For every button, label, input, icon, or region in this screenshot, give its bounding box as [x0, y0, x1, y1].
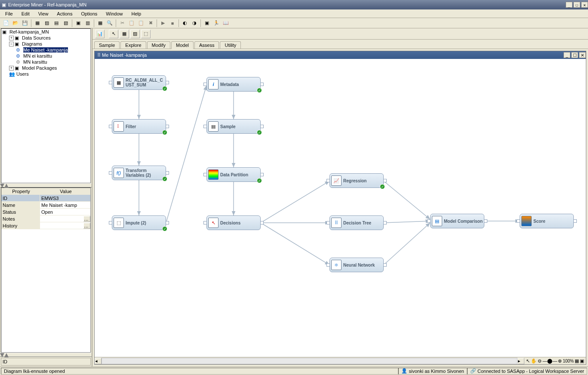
save-button[interactable]: 💾 [21, 19, 29, 28]
fit-icon[interactable]: ▣ [580, 358, 584, 364]
diagram-canvas[interactable]: ▦ RC_ALDM_ALL_CUST_SUM ✓ ⠇ Filter ✓ f() … [95, 59, 586, 357]
tab-explore[interactable]: Explore [120, 41, 146, 49]
ellipsis-button[interactable]: … [83, 223, 90, 229]
node-port-out[interactable] [383, 221, 387, 224]
align-icon[interactable]: ⬚ [141, 30, 151, 38]
palette-icon[interactable]: ▨ [130, 30, 140, 38]
tab-assess[interactable]: Assess [194, 41, 219, 49]
zoom-slider[interactable]: —⬤— [542, 358, 557, 364]
node-datasource[interactable]: ▦ RC_ALDM_ALL_CUST_SUM ✓ [112, 75, 166, 90]
overview-icon[interactable]: ▦ [575, 358, 579, 364]
tool-4[interactable]: ▧ [62, 19, 70, 28]
tool-13[interactable]: 📖 [222, 19, 230, 28]
menu-options[interactable]: Options [77, 10, 101, 17]
scroll-left-button[interactable]: ◂ [95, 358, 102, 364]
node-port-in[interactable] [326, 179, 330, 182]
menu-actions[interactable]: Actions [53, 10, 76, 17]
node-partition[interactable]: Data Partition ✓ [206, 167, 261, 182]
node-port-in[interactable] [109, 171, 112, 175]
node-port-in[interactable] [427, 219, 431, 223]
node-score[interactable]: Score [520, 214, 574, 228]
scrollbar-track[interactable] [102, 358, 517, 364]
node-port-in[interactable] [326, 263, 330, 267]
minimize-button[interactable]: _ [566, 2, 573, 8]
node-port-in[interactable] [203, 125, 207, 128]
maximize-button[interactable]: ☐ [571, 52, 578, 58]
tool-6[interactable]: ▥ [83, 19, 92, 28]
node-transform[interactable]: f() Transform Variables (2) ✓ [112, 166, 166, 180]
node-regression[interactable]: 📈 Regression ✓ [329, 173, 384, 188]
tree-diagram-mn-karsittu[interactable]: ⚙ MN karsittu [1, 59, 90, 65]
tree-diagram-menaiset[interactable]: ⚙ Me Naiset -kampanja [1, 47, 90, 53]
tree-diagrams[interactable]: − ▣ Diagrams [1, 41, 90, 47]
minimize-button[interactable]: _ [563, 52, 570, 58]
panel-divider[interactable] [0, 353, 92, 357]
node-sample[interactable]: ▤ Sample ✓ [206, 119, 261, 134]
tab-modify[interactable]: Modify [147, 41, 170, 49]
node-port-in[interactable] [203, 173, 207, 176]
run-button[interactable]: ▶ [159, 19, 167, 28]
node-modelcomparison[interactable]: ▤ Model Comparison [430, 214, 484, 228]
pointer-tool-icon[interactable]: ↖ [526, 358, 530, 364]
panel-divider[interactable] [0, 183, 92, 188]
node-impute[interactable]: ⬚ Impute (2) ✓ [112, 215, 166, 230]
tool-1[interactable]: ▦ [33, 19, 42, 28]
zoom-in-icon[interactable]: ⊕ [558, 358, 562, 364]
chart-icon[interactable]: 📊 [95, 30, 105, 38]
node-port-in[interactable] [326, 221, 330, 224]
node-port-in[interactable] [203, 221, 207, 224]
tree-modelpackages[interactable]: + ▣ Model Packages [1, 65, 90, 71]
node-port-out[interactable] [484, 219, 487, 223]
tool-3[interactable]: ▤ [52, 19, 61, 28]
tree-datasources[interactable]: + ▣ Data Sources [1, 35, 90, 41]
tree-root[interactable]: ▣ Ref-kampanja_MN [1, 29, 90, 35]
scroll-right-button[interactable]: ▸ [517, 358, 524, 364]
grid-icon[interactable]: ▦ [120, 30, 129, 38]
node-port-in[interactable] [109, 81, 112, 84]
menu-edit[interactable]: Edit [18, 10, 33, 17]
tree-users[interactable]: 👥 Users [1, 71, 90, 77]
stop-button[interactable]: ■ [168, 19, 177, 28]
node-port-out[interactable] [260, 83, 264, 86]
prop-notes[interactable]: Notes … [1, 215, 90, 222]
menu-file[interactable]: File [2, 10, 16, 17]
node-port-out[interactable] [383, 263, 387, 267]
cut-button[interactable]: ✂ [118, 19, 126, 28]
node-decisions[interactable]: ↖ Decisions [206, 215, 261, 230]
node-port-out[interactable] [166, 81, 169, 84]
open-button[interactable]: 📂 [11, 19, 20, 28]
pointer-icon[interactable]: ↖ [109, 30, 118, 38]
node-decisiontree[interactable]: ⠿ Decision Tree [329, 215, 384, 230]
tab-sample[interactable]: Sample [94, 41, 120, 49]
node-port-out[interactable] [166, 171, 169, 175]
project-tree[interactable]: ▣ Ref-kampanja_MN + ▣ Data Sources − ▣ D… [1, 28, 91, 183]
node-port-out[interactable] [383, 179, 387, 182]
expander-icon[interactable]: − [9, 42, 14, 46]
node-filter[interactable]: ⠇ Filter ✓ [112, 119, 166, 134]
prop-history[interactable]: History … [1, 222, 90, 229]
paste-button[interactable]: 📋 [137, 19, 145, 28]
prop-status[interactable]: Status Open [1, 209, 90, 215]
node-neuralnetwork[interactable]: ⚛ Neural Network [329, 258, 384, 272]
tool-11[interactable]: ▣ [203, 19, 211, 28]
tree-diagram-mn-ei[interactable]: ⚙ MN ei karsittu [1, 53, 90, 59]
menu-help[interactable]: Help [128, 10, 145, 17]
prop-id[interactable]: ID EMWS3 [1, 195, 90, 202]
maximize-button[interactable]: ☐ [573, 2, 580, 8]
node-port-in[interactable] [109, 125, 112, 128]
ellipsis-button[interactable]: … [83, 216, 90, 222]
pan-tool-icon[interactable]: ✋ [531, 358, 537, 364]
expander-icon[interactable]: + [9, 66, 14, 71]
tab-model[interactable]: Model [171, 41, 194, 49]
node-port-out[interactable] [260, 173, 264, 176]
tool-8[interactable]: 🔍 [105, 19, 114, 28]
menu-view[interactable]: View [35, 10, 52, 17]
node-port-out[interactable] [573, 219, 577, 223]
node-port-out[interactable] [166, 221, 169, 224]
delete-button[interactable]: ✖ [146, 19, 155, 28]
node-port-in[interactable] [517, 219, 520, 223]
menu-window[interactable]: Window [102, 10, 126, 17]
tool-9[interactable]: ◐ [181, 19, 189, 28]
tool-12[interactable]: 🏃 [212, 19, 221, 28]
prop-name[interactable]: Name Me Naiset -kamp [1, 202, 90, 209]
